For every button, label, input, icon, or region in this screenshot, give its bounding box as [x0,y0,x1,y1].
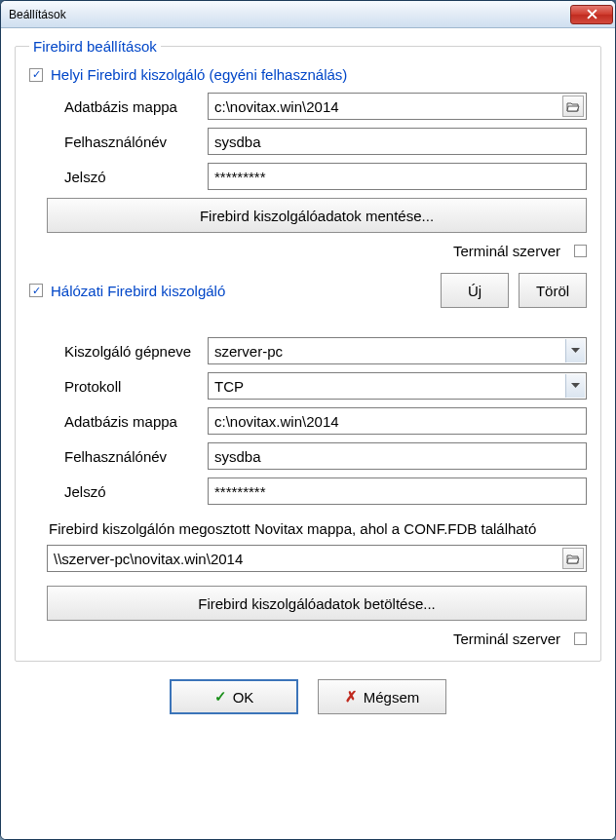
network-dbfolder-input[interactable] [208,407,587,435]
local-pass-input[interactable] [208,163,587,190]
close-button[interactable] [570,5,613,24]
local-dbfolder-input[interactable] [208,93,587,120]
delete-button[interactable]: Töröl [519,273,587,308]
folder-open-icon [566,101,580,112]
cross-icon: ✗ [345,688,358,706]
network-user-label: Felhasználónév [47,448,208,465]
cancel-button[interactable]: ✗ Mégsem [318,679,446,714]
network-host-label: Kiszolgáló gépneve [47,343,208,360]
ok-label: OK [233,689,254,706]
local-heading: Helyi Firebird kiszolgáló (egyéni felhas… [51,66,347,83]
check-icon: ✓ [214,688,227,706]
local-browse-button[interactable] [562,95,584,117]
settings-window: Beállítások Firebird beállítások ✓ Helyi… [0,0,616,840]
local-checkbox-row[interactable]: ✓ Helyi Firebird kiszolgáló (egyéni felh… [29,66,587,83]
titlebar: Beállítások [1,1,615,28]
shared-folder-input[interactable] [47,545,587,572]
network-section: Kiszolgáló gépneve Protokoll [47,337,587,647]
window-title: Beállítások [9,8,570,21]
local-pass-label: Jelszó [47,169,208,185]
cancel-label: Mégsem [364,689,420,706]
local-user-label: Felhasználónév [47,134,208,150]
local-terminal-label: Terminál szerver [453,243,560,259]
network-checkbox[interactable]: ✓ [29,284,43,297]
network-checkbox-row[interactable]: ✓ Hálózati Firebird kiszolgáló [29,283,431,299]
network-dbfolder-label: Adatbázis mappa [47,413,208,430]
network-pass-label: Jelszó [47,483,208,500]
shared-browse-button[interactable] [562,548,584,569]
local-section: Adatbázis mappa Felhasználónév Je [47,93,587,259]
firebird-group: Firebird beállítások ✓ Helyi Firebird ki… [15,38,601,662]
folder-open-icon [566,554,580,564]
group-legend: Firebird beállítások [29,38,161,55]
network-protocol-combo[interactable] [208,372,587,400]
save-local-button[interactable]: Firebird kiszolgálóadatok mentése... [47,198,587,233]
load-network-button[interactable]: Firebird kiszolgálóadatok betöltése... [47,586,587,621]
new-button[interactable]: Új [441,273,509,308]
network-heading: Hálózati Firebird kiszolgáló [51,283,225,299]
ok-button[interactable]: ✓ OK [170,679,298,714]
local-checkbox[interactable]: ✓ [29,68,43,82]
network-terminal-checkbox[interactable] [574,632,587,645]
network-host-combo[interactable] [208,337,587,364]
close-icon [587,9,597,19]
local-terminal-checkbox[interactable] [574,245,587,257]
local-dbfolder-label: Adatbázis mappa [47,98,208,115]
dialog-buttons: ✓ OK ✗ Mégsem [15,679,601,714]
local-user-input[interactable] [208,128,587,155]
network-user-input[interactable] [208,442,587,470]
shared-folder-label: Firebird kiszolgálón megosztott Novitax … [47,518,587,539]
network-terminal-label: Terminál szerver [453,630,560,647]
client-area: Firebird beállítások ✓ Helyi Firebird ki… [1,28,615,839]
network-protocol-label: Protokoll [47,378,208,395]
network-pass-input[interactable] [208,477,587,505]
